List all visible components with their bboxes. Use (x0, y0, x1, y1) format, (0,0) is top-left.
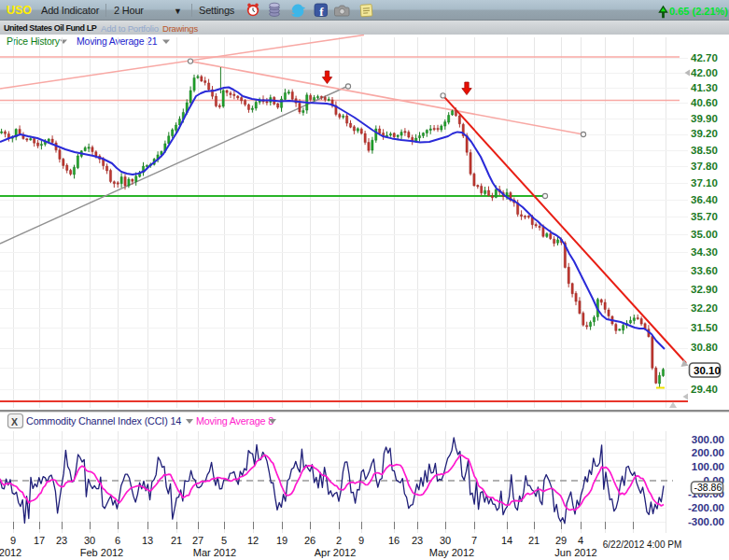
svg-text:12: 12 (247, 535, 259, 546)
svg-text:29.40: 29.40 (691, 384, 718, 395)
svg-text:5: 5 (221, 535, 227, 546)
svg-text:32.90: 32.90 (691, 284, 718, 295)
svg-text:36.40: 36.40 (691, 194, 718, 205)
svg-text:30.80: 30.80 (691, 342, 718, 353)
svg-text:40.60: 40.60 (691, 97, 718, 108)
svg-text:42.70: 42.70 (691, 52, 718, 63)
svg-text:21: 21 (528, 535, 540, 546)
svg-text:7: 7 (471, 535, 477, 546)
svg-text:May 2012: May 2012 (429, 547, 474, 558)
svg-text:9: 9 (358, 535, 364, 546)
svg-text:37.80: 37.80 (691, 161, 718, 172)
svg-text:6: 6 (115, 535, 120, 546)
svg-text:13: 13 (142, 535, 153, 546)
svg-text:30.10: 30.10 (694, 365, 721, 376)
svg-text:42.00: 42.00 (691, 67, 718, 78)
svg-text:33.60: 33.60 (691, 265, 718, 276)
svg-text:-300.00: -300.00 (688, 516, 724, 527)
svg-text:41.30: 41.30 (691, 82, 718, 93)
svg-text:31.50: 31.50 (691, 322, 718, 333)
svg-text:6/22/2012 4:00 PM: 6/22/2012 4:00 PM (603, 539, 682, 550)
svg-text:38.50: 38.50 (691, 145, 718, 156)
svg-text:-38.86: -38.86 (694, 482, 722, 493)
svg-text:Apr 2012: Apr 2012 (315, 547, 357, 558)
svg-text:17: 17 (34, 535, 45, 546)
svg-text:35.70: 35.70 (691, 211, 718, 222)
svg-text:4: 4 (578, 535, 583, 546)
svg-text:23: 23 (56, 535, 67, 546)
svg-text:Jun 2012: Jun 2012 (554, 547, 596, 558)
svg-text:34.30: 34.30 (691, 246, 718, 258)
svg-text:9: 9 (10, 535, 16, 546)
svg-text:39.20: 39.20 (691, 128, 718, 139)
svg-text:26: 26 (304, 535, 315, 546)
svg-text:29: 29 (555, 535, 567, 546)
svg-text:35.00: 35.00 (691, 229, 718, 240)
svg-text:37.10: 37.10 (691, 177, 718, 189)
svg-text:Feb 2012: Feb 2012 (80, 547, 123, 558)
svg-text:-200.00: -200.00 (688, 502, 724, 513)
svg-text:21: 21 (171, 535, 182, 546)
svg-text:X: X (11, 416, 18, 427)
svg-text:200.00: 200.00 (692, 447, 724, 458)
svg-text:2012: 2012 (0, 547, 21, 558)
svg-text:23: 23 (412, 535, 423, 546)
svg-text:19: 19 (276, 535, 287, 546)
svg-text:27: 27 (192, 535, 203, 546)
svg-text:Mar 2012: Mar 2012 (193, 547, 236, 558)
svg-text:Commodity Channel Index (CCI): Commodity Channel Index (CCI) 14 (26, 415, 181, 427)
svg-text:300.00: 300.00 (692, 434, 724, 445)
svg-text:16: 16 (388, 535, 400, 546)
svg-text:100.00: 100.00 (692, 461, 724, 472)
svg-text:32.20: 32.20 (691, 302, 718, 314)
svg-text:30: 30 (84, 535, 95, 546)
svg-text:2: 2 (336, 535, 342, 546)
svg-text:14: 14 (501, 535, 512, 546)
svg-text:39.90: 39.90 (691, 113, 718, 124)
svg-text:Moving Average 8: Moving Average 8 (196, 415, 273, 427)
svg-text:30: 30 (440, 535, 451, 546)
